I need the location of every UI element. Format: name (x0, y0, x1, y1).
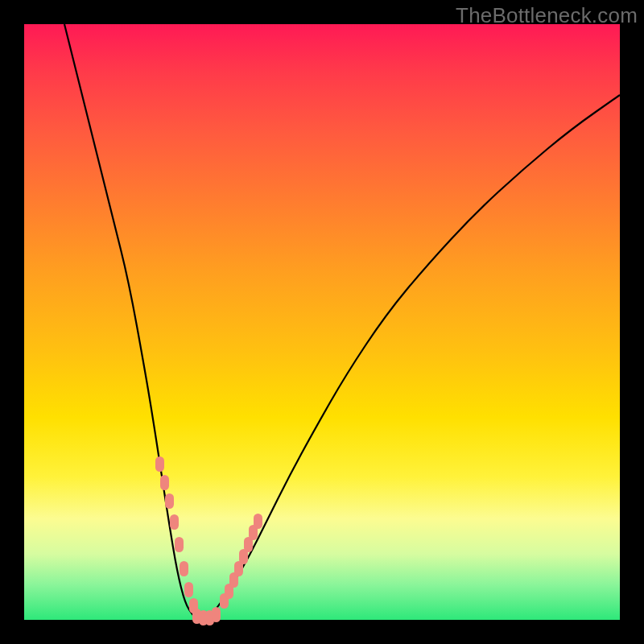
highlight-tick (165, 493, 174, 509)
plot-area (24, 24, 620, 620)
curve-svg (24, 24, 620, 620)
highlight-tick (175, 537, 184, 552)
highlight-tick (180, 561, 188, 576)
highlight-tick (212, 607, 221, 622)
outer-frame: TheBottleneck.com (0, 0, 644, 644)
highlight-tick (160, 475, 169, 490)
highlight-tick (155, 456, 164, 472)
highlight-tick (170, 514, 179, 530)
bottleneck-curve-path (64, 24, 620, 618)
highlight-tick (184, 582, 193, 597)
highlight-tick (254, 514, 262, 529)
